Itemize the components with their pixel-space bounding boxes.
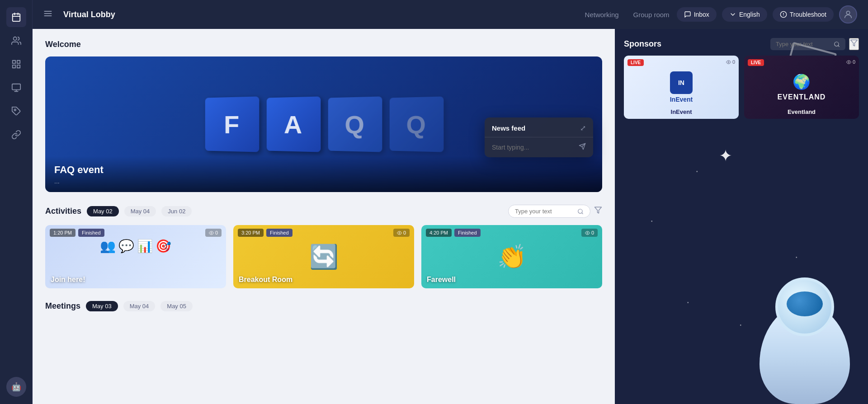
- eventland-logo: 🌍 EVENTLAND: [778, 73, 826, 101]
- meetings-date-3[interactable]: May 05: [160, 301, 193, 311]
- card-views-join: 0: [205, 229, 222, 237]
- meetings-title: Meetings: [45, 301, 80, 311]
- meetings-date-2[interactable]: May 04: [123, 301, 156, 311]
- svg-point-27: [587, 232, 588, 234]
- card-badge-row-join: 1:20 PM Finished 0: [50, 229, 222, 237]
- nav-networking[interactable]: Networking: [585, 9, 619, 20]
- card-title-join: Join here!: [51, 276, 85, 284]
- sidebar-bot-icon[interactable]: 🤖: [6, 377, 26, 397]
- hero-section: F A Q Q FAQ event ... News feed: [45, 56, 602, 192]
- card-views-breakout: 0: [393, 229, 410, 237]
- hero-dots: ...: [54, 178, 593, 185]
- hero-title: FAQ event: [54, 164, 593, 176]
- svg-rect-6: [17, 61, 19, 63]
- activity-card-breakout[interactable]: 🔄 3:20 PM Finished 0 Breakout Room: [233, 225, 414, 288]
- activities-date-3[interactable]: Jun 02: [161, 206, 192, 216]
- card-time-join: 1:20 PM: [50, 229, 75, 237]
- sidebar-item-calendar[interactable]: [6, 7, 26, 27]
- activities-search-icon: [577, 208, 584, 215]
- activities-filter-button[interactable]: [594, 206, 602, 216]
- language-label: English: [739, 11, 760, 18]
- activities-date-2[interactable]: May 04: [124, 206, 156, 216]
- sidebar-avatar[interactable]: 🤖: [6, 377, 26, 397]
- activity-card-farewell[interactable]: 👏 4:20 PM Finished 0 Farewell: [421, 225, 602, 288]
- svg-rect-7: [12, 65, 15, 68]
- sponsors-filter-button[interactable]: [849, 38, 859, 50]
- svg-point-25: [211, 232, 212, 234]
- news-feed-send-icon[interactable]: [579, 143, 586, 152]
- hamburger-icon[interactable]: [43, 9, 52, 20]
- svg-point-32: [848, 61, 849, 63]
- left-panel: Welcome F A Q Q FAQ event ...: [33, 29, 615, 404]
- hero-overlay: FAQ event ...: [45, 157, 602, 192]
- sponsors-search-icon: [834, 41, 840, 47]
- svg-rect-5: [12, 61, 15, 63]
- sidebar-item-grid[interactable]: [6, 54, 26, 74]
- news-feed-expand-icon[interactable]: ⤢: [580, 124, 586, 132]
- astronaut: [741, 277, 868, 404]
- sponsor-cards: IN InEvent LIVE 0 InEvent: [615, 56, 868, 126]
- star-small-2: •: [696, 169, 698, 174]
- cube-q2: Q: [390, 96, 444, 152]
- sponsor-card-eventland[interactable]: 🌍 EVENTLAND LIVE 0 Eventland: [744, 56, 859, 119]
- svg-line-29: [838, 45, 840, 47]
- inevent-view-count: 0: [726, 59, 735, 65]
- troubleshoot-label: Troubleshoot: [790, 11, 826, 18]
- activities-search-box: [508, 205, 590, 218]
- activity-card-join[interactable]: 👥 💬 📊 🎯 1:20 PM Finished 0 Join here!: [45, 225, 226, 288]
- svg-rect-0: [12, 14, 20, 21]
- sidebar-item-monitor[interactable]: [6, 78, 26, 98]
- card-time-farewell: 4:20 PM: [426, 229, 452, 237]
- sidebar-item-link[interactable]: [6, 125, 26, 145]
- card-status-farewell: Finished: [454, 229, 481, 237]
- troubleshoot-button[interactable]: Troubleshoot: [773, 7, 834, 22]
- svg-point-4: [13, 37, 16, 40]
- activities-search-input[interactable]: [515, 208, 574, 215]
- nav-group-room[interactable]: Group room: [633, 9, 670, 20]
- inevent-logo-box: IN: [670, 71, 693, 94]
- star-large: ✦: [719, 146, 732, 165]
- sponsors-search-box: [770, 38, 845, 50]
- star-small-4: •: [796, 255, 797, 260]
- language-button[interactable]: English: [722, 7, 767, 22]
- card-title-breakout: Breakout Room: [239, 276, 292, 284]
- news-feed-header: News feed ⤢: [485, 117, 593, 137]
- card-status-join: Finished: [78, 229, 104, 237]
- astronaut-body: [760, 305, 850, 404]
- star-small-6: •: [740, 323, 741, 328]
- cube-q: Q: [328, 96, 382, 152]
- activities-title: Activities: [45, 207, 81, 216]
- star-small-3: •: [651, 219, 653, 224]
- welcome-title: Welcome: [45, 40, 602, 49]
- topbar-right: Inbox English Troubleshoot: [677, 5, 857, 23]
- eventland-text: EVENTLAND: [778, 93, 826, 101]
- activities-search: [508, 205, 602, 218]
- svg-marker-30: [851, 40, 858, 46]
- inevent-logo: IN InEvent: [670, 71, 693, 103]
- sponsor-card-inevent[interactable]: IN InEvent LIVE 0 InEvent: [624, 56, 739, 119]
- meetings-header: Meetings May 03 May 04 May 05: [45, 301, 602, 311]
- news-feed-input-row: [485, 137, 593, 157]
- news-feed-input[interactable]: [492, 144, 574, 151]
- card-status-breakout: Finished: [266, 229, 292, 237]
- right-panel: ✦ • • • • • • IN: [615, 29, 868, 404]
- svg-point-31: [728, 61, 729, 63]
- eventland-name: Eventland: [744, 108, 859, 115]
- inbox-button[interactable]: Inbox: [677, 7, 717, 22]
- sidebar-item-people[interactable]: [6, 31, 26, 51]
- sponsors-search-input[interactable]: [776, 41, 830, 47]
- card-views-farewell: 0: [581, 229, 598, 237]
- activities-date-1[interactable]: May 02: [87, 206, 119, 216]
- app-title: Virtual Lobby: [63, 10, 578, 19]
- card-time-breakout: 3:20 PM: [238, 229, 264, 237]
- news-feed-popup: News feed ⤢: [485, 117, 593, 157]
- svg-line-23: [582, 212, 583, 214]
- sponsors-header: Sponsors: [615, 29, 868, 56]
- astronaut-helmet: [775, 277, 834, 336]
- activity-cards: 👥 💬 📊 🎯 1:20 PM Finished 0 Join here!: [45, 225, 602, 288]
- meetings-date-1[interactable]: May 03: [86, 301, 118, 311]
- svg-marker-24: [595, 207, 602, 213]
- user-avatar[interactable]: [839, 5, 857, 23]
- sidebar-item-tag[interactable]: [6, 101, 26, 121]
- svg-point-26: [399, 232, 400, 234]
